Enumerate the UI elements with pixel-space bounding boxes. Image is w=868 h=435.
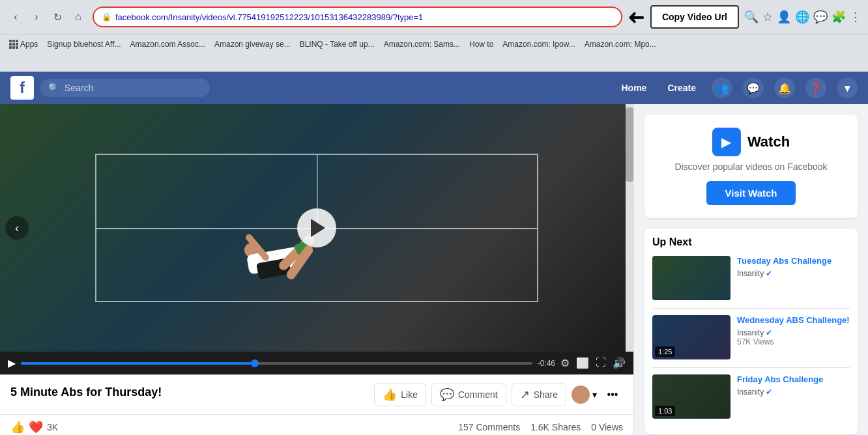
bookmark-star-icon[interactable]: ☆ — [762, 10, 773, 24]
prev-arrow-button[interactable]: ‹ — [5, 216, 29, 240]
play-triangle-icon — [311, 219, 325, 237]
profile-dropdown[interactable]: ▾ — [571, 386, 597, 404]
progress-thumb[interactable] — [251, 359, 259, 367]
nav-create-link[interactable]: Create — [662, 80, 701, 96]
account-dropdown-icon[interactable]: ▾ — [837, 77, 858, 98]
thumb-bg-tuesday — [652, 256, 731, 300]
comment-button[interactable]: 💬 Comment — [431, 383, 506, 406]
video-card-channel-tuesday: Insanity ✔ — [737, 269, 850, 278]
time-display: -0:46 — [538, 359, 555, 368]
facebook-logo: f — [10, 76, 34, 100]
verified-badge-friday: ✔ — [766, 387, 772, 397]
bookmark-amazon-mpo[interactable]: Amazon.com: Mpo... — [582, 38, 659, 50]
video-card-title-friday: Friday Abs Challenge — [737, 374, 850, 386]
video-card-title-tuesday: Tuesday Abs Challenge — [737, 256, 850, 267]
progress-bar[interactable] — [21, 362, 532, 365]
video-controls: ▶ -0:46 ⚙ ⬜ ⛶ 🔊 — [0, 352, 633, 374]
help-icon[interactable]: ❓ — [805, 77, 826, 98]
video-section: ‹ ▶ -0:46 ⚙ ⬜ ⛶ — [0, 104, 633, 435]
arrow-icon: ➜ — [628, 5, 645, 29]
reactions-left: 👍 ❤️ 3K — [10, 420, 58, 434]
control-icons: ⚙ ⬜ ⛶ 🔊 — [560, 357, 626, 369]
extension-icon-2[interactable]: 💬 — [813, 10, 828, 24]
share-button[interactable]: ↗ Share — [512, 383, 566, 406]
bookmark-apps[interactable]: Apps — [7, 38, 40, 50]
theater-mode-icon[interactable]: ⬜ — [576, 357, 589, 369]
bookmark-blinq-label: BLINQ - Take off up... — [300, 40, 375, 49]
notifications-icon[interactable]: 🔔 — [774, 77, 795, 98]
bookmark-amazon-ipow[interactable]: Amazon.com: Ipow... — [500, 38, 577, 50]
like-button[interactable]: 👍 Like — [374, 383, 426, 406]
address-bar-container: 🔒 ➜ Copy Video Url — [93, 5, 739, 29]
copy-video-url-button[interactable]: Copy Video Url — [650, 5, 739, 29]
zoom-icon[interactable]: 🔍 — [744, 10, 759, 24]
more-options-button[interactable]: ••• — [602, 384, 623, 405]
bookmark-blinq[interactable]: BLINQ - Take off up... — [297, 38, 377, 50]
refresh-button[interactable]: ↻ — [48, 8, 66, 26]
channel-name-friday: Insanity — [737, 387, 764, 397]
volume-icon[interactable]: 🔊 — [613, 357, 626, 369]
up-next-video-tuesday[interactable]: Tuesday Abs Challenge Insanity ✔ — [652, 256, 850, 300]
thumb-duration-friday: 1:03 — [655, 406, 675, 416]
browser-chrome: ‹ › ↻ ⌂ 🔒 ➜ Copy Video Url 🔍 ☆ 👤 🌐 💬 🧩 ⋮ — [0, 0, 868, 72]
address-input[interactable] — [115, 12, 613, 22]
bookmark-amazon-giveway-label: Amazon giveway se... — [214, 40, 291, 49]
up-next-video-wednesday[interactable]: 1:25 Wednesday ABS Challenge! Insanity ✔… — [652, 315, 850, 359]
extension-icon-3[interactable]: 🧩 — [832, 10, 846, 24]
fullscreen-icon[interactable]: ⛶ — [596, 357, 606, 369]
back-button[interactable]: ‹ — [7, 8, 25, 26]
profile-icon[interactable]: 👤 — [777, 10, 791, 24]
extension-icon-1[interactable]: 🌐 — [795, 10, 809, 24]
reactions-right: 157 Comments 1.6K Shares 0 Views — [458, 422, 623, 432]
video-card-channel-friday: Insanity ✔ — [737, 387, 850, 397]
views-count: 0 Views — [591, 422, 623, 432]
divider-2 — [652, 367, 850, 368]
video-card-info-wednesday: Wednesday ABS Challenge! Insanity ✔ 57K … — [737, 315, 850, 359]
bookmark-amazon-giveway[interactable]: Amazon giveway se... — [212, 38, 293, 50]
sidebar: ▶ Watch Discover popular videos on Faceb… — [633, 104, 868, 435]
heart-reaction: ❤️ — [29, 420, 43, 434]
verified-badge-wednesday: ✔ — [766, 328, 772, 337]
search-bar[interactable]: 🔍 — [40, 79, 210, 97]
video-player[interactable]: ‹ — [0, 104, 633, 352]
play-pause-button[interactable]: ▶ — [8, 357, 16, 369]
up-next-video-friday[interactable]: 1:03 Friday Abs Challenge Insanity ✔ — [652, 374, 850, 419]
watch-icon-box: ▶ — [712, 128, 741, 156]
scroll-thumb[interactable] — [626, 107, 633, 182]
bookmark-amazon-sams[interactable]: Amazon.com: Sams... — [381, 38, 463, 50]
bookmark-howto[interactable]: How to — [467, 38, 496, 50]
video-title: 5 Minute Abs for Thursday! — [10, 386, 162, 399]
browser-toolbar: ‹ › ↻ ⌂ 🔒 ➜ Copy Video Url 🔍 ☆ 👤 🌐 💬 🧩 ⋮ — [0, 0, 868, 34]
bookmark-amazon-ipow-label: Amazon.com: Ipow... — [502, 40, 575, 49]
address-bar-wrapper[interactable]: 🔒 — [93, 7, 622, 27]
watch-title: Watch — [747, 133, 790, 150]
settings-icon[interactable]: ⚙ — [560, 357, 570, 369]
browser-nav-buttons: ‹ › ↻ ⌂ — [7, 8, 87, 26]
search-input[interactable] — [65, 83, 195, 93]
bookmark-amazon-assoc[interactable]: Amazon.com Assoc... — [128, 38, 208, 50]
watch-logo: ▶ Watch — [658, 128, 845, 156]
bookmark-amazon-mpo-label: Amazon.com: Mpo... — [585, 40, 656, 49]
messenger-icon[interactable]: 💬 — [743, 77, 764, 98]
verified-badge-tuesday: ✔ — [766, 269, 772, 278]
facebook-page: f 🔍 Home Create 👥 💬 🔔 ❓ ▾ — [0, 72, 868, 435]
friends-icon[interactable]: 👥 — [712, 77, 732, 98]
menu-icon[interactable]: ⋮ — [850, 10, 861, 24]
video-card-title-wednesday: Wednesday ABS Challenge! — [737, 315, 850, 326]
video-actions: 👍 Like 💬 Comment ↗ Share — [374, 383, 623, 406]
nav-home-link[interactable]: Home — [616, 80, 652, 96]
video-thumb-wednesday: 1:25 — [652, 315, 731, 359]
visit-watch-button[interactable]: Visit Watch — [706, 181, 795, 205]
bookmark-bluehost-label: Signup bluehost Aff... — [47, 40, 121, 49]
forward-button[interactable]: › — [27, 8, 46, 26]
divider-1 — [652, 308, 850, 309]
share-icon: ↗ — [520, 387, 530, 402]
bookmark-bluehost[interactable]: Signup bluehost Aff... — [44, 38, 123, 50]
fb-content: ‹ ▶ -0:46 ⚙ ⬜ ⛶ — [0, 104, 868, 435]
home-button[interactable]: ⌂ — [69, 8, 87, 26]
play-button[interactable] — [297, 208, 336, 247]
progress-fill — [21, 362, 251, 365]
like-label: Like — [401, 389, 418, 400]
comments-count: 157 Comments — [458, 422, 520, 432]
page-scrollbar[interactable] — [626, 104, 633, 352]
